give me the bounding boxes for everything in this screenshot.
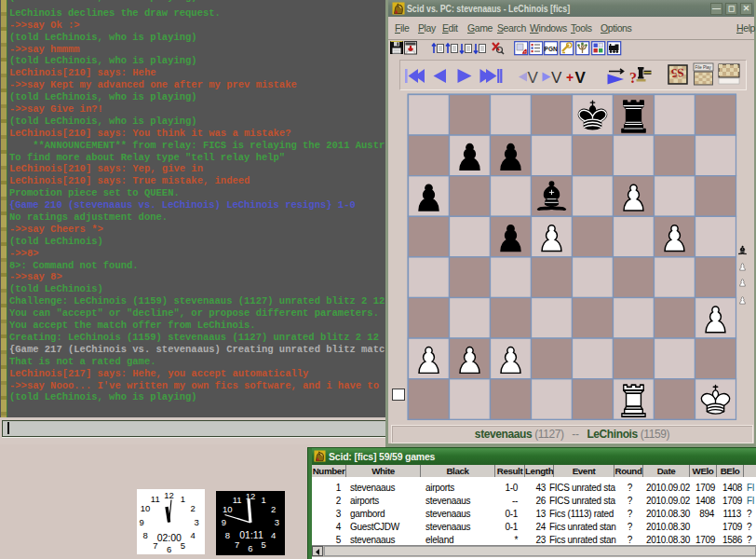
svg-text:7: 7 — [235, 539, 239, 550]
svg-text:01:11: 01:11 — [239, 529, 263, 540]
svg-text:9: 9 — [222, 517, 226, 527]
svg-text:S5: S5 — [670, 65, 684, 80]
svg-text:11: 11 — [233, 495, 242, 505]
svg-text:File Play: File Play — [695, 65, 712, 70]
svg-text:02:00: 02:00 — [157, 532, 182, 543]
svg-text:V: V — [528, 69, 539, 87]
svg-text:8: 8 — [225, 530, 230, 540]
svg-text:8: 8 — [142, 530, 147, 540]
svg-text:10: 10 — [141, 503, 151, 513]
svg-text:PGN: PGN — [545, 46, 558, 52]
svg-text:3: 3 — [275, 517, 279, 527]
svg-text:6: 6 — [167, 544, 171, 554]
svg-text:12: 12 — [164, 490, 174, 500]
svg-text:V: V — [551, 69, 562, 87]
svg-text:2: 2 — [190, 503, 195, 513]
svg-text:11: 11 — [151, 494, 160, 504]
svg-text:4: 4 — [190, 530, 195, 540]
svg-text:1: 1 — [181, 494, 185, 504]
svg-text:10: 10 — [223, 504, 233, 514]
svg-text:1: 1 — [262, 495, 266, 505]
svg-text:6: 6 — [248, 543, 252, 553]
svg-text:V: V — [575, 69, 587, 87]
svg-text:4: 4 — [271, 530, 276, 540]
svg-text:5: 5 — [262, 539, 266, 550]
svg-text:9: 9 — [139, 517, 143, 527]
svg-text:+: + — [566, 70, 574, 85]
svg-text:2: 2 — [271, 504, 276, 514]
svg-text:?: ? — [629, 70, 637, 86]
svg-text:3: 3 — [194, 517, 198, 527]
svg-text:12: 12 — [246, 491, 256, 501]
